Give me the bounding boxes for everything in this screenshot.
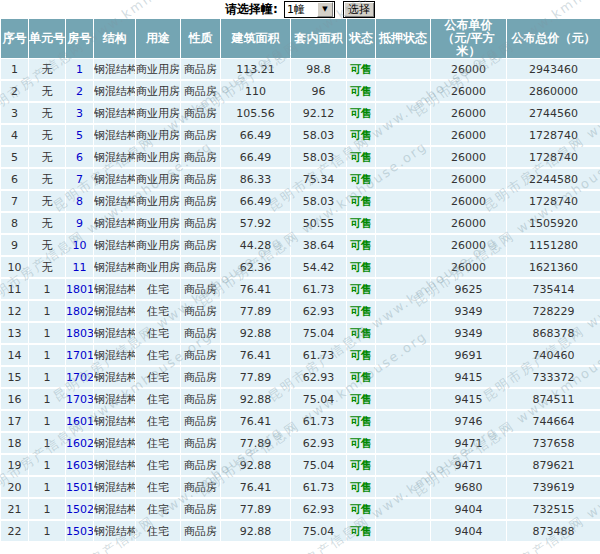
cell-unit-no: 1 — [29, 322, 66, 344]
room-link[interactable]: 1703 — [66, 393, 94, 406]
room-link[interactable]: 1503 — [66, 525, 94, 538]
cell-inner-area: 62.93 — [291, 300, 347, 322]
cell-building-area: 77.89 — [221, 366, 291, 388]
room-link[interactable]: 1701 — [66, 349, 94, 362]
room-link[interactable]: 1502 — [66, 503, 94, 516]
cell-room-no: 1802 — [66, 300, 94, 322]
cell-status: 可售 — [347, 388, 376, 410]
col-header-total-price: 公布总价（元） — [507, 19, 600, 59]
room-link[interactable]: 10 — [73, 239, 87, 252]
table-row: 6无7钢混结构商业用房商品房86.3375.34可售260002244580 — [1, 168, 600, 190]
room-link[interactable]: 9 — [76, 217, 83, 230]
cell-inner-area: 62.93 — [291, 366, 347, 388]
cell-seq: 7 — [1, 190, 29, 212]
room-link[interactable]: 1602 — [66, 437, 94, 450]
table-row: 2011501钢混结构住宅商品房76.4161.73可售9680739619 — [1, 476, 600, 498]
room-link[interactable]: 1802 — [66, 305, 94, 318]
cell-mortgage-status — [376, 498, 431, 520]
building-select[interactable]: 1幢 ▼ — [284, 1, 335, 18]
room-link[interactable]: 7 — [76, 173, 83, 186]
cell-room-no: 5 — [66, 124, 94, 146]
table-row: 1911603钢混结构住宅商品房92.8875.04可售9471879621 — [1, 454, 600, 476]
cell-structure: 钢混结构 — [94, 344, 136, 366]
cell-structure: 钢混结构 — [94, 476, 136, 498]
cell-total-price: 1728740 — [507, 124, 600, 146]
cell-nature: 商品房 — [181, 278, 221, 300]
cell-building-area: 76.41 — [221, 278, 291, 300]
table-row: 1511702钢混结构住宅商品房77.8962.93可售9415733372 — [1, 366, 600, 388]
cell-nature: 商品房 — [181, 59, 221, 81]
cell-inner-area: 62.93 — [291, 498, 347, 520]
cell-structure: 钢混结构 — [94, 124, 136, 146]
cell-nature: 商品房 — [181, 344, 221, 366]
cell-inner-area: 62.93 — [291, 432, 347, 454]
cell-seq: 16 — [1, 388, 29, 410]
cell-total-price: 2860000 — [507, 80, 600, 102]
cell-structure: 钢混结构 — [94, 234, 136, 256]
room-link[interactable]: 1801 — [66, 283, 94, 296]
cell-seq: 19 — [1, 454, 29, 476]
chevron-down-icon[interactable]: ▼ — [317, 2, 333, 17]
cell-status: 可售 — [347, 234, 376, 256]
cell-structure: 钢混结构 — [94, 80, 136, 102]
cell-nature: 商品房 — [181, 520, 221, 542]
cell-usage: 商业用房 — [136, 190, 181, 212]
cell-seq: 17 — [1, 410, 29, 432]
room-link[interactable]: 11 — [73, 261, 87, 274]
room-link[interactable]: 1803 — [66, 327, 94, 340]
cell-building-area: 66.49 — [221, 146, 291, 168]
cell-total-price: 868378 — [507, 322, 600, 344]
room-link[interactable]: 1702 — [66, 371, 94, 384]
cell-unit-no: 无 — [29, 256, 66, 278]
cell-usage: 住宅 — [136, 278, 181, 300]
cell-unit-no: 1 — [29, 432, 66, 454]
cell-inner-area: 50.55 — [291, 212, 347, 234]
cell-inner-area: 38.64 — [291, 234, 347, 256]
cell-unit-no: 无 — [29, 80, 66, 102]
table-row: 4无5钢混结构商业用房商品房66.4958.03可售260001728740 — [1, 124, 600, 146]
cell-total-price: 879621 — [507, 454, 600, 476]
cell-mortgage-status — [376, 256, 431, 278]
table-row: 1711601钢混结构住宅商品房76.4161.73可售9746744664 — [1, 410, 600, 432]
cell-seq: 2 — [1, 80, 29, 102]
table-row: 1411701钢混结构住宅商品房76.4161.73可售9691740460 — [1, 344, 600, 366]
cell-status: 可售 — [347, 124, 376, 146]
cell-building-area: 76.41 — [221, 344, 291, 366]
cell-usage: 商业用房 — [136, 80, 181, 102]
cell-unit-no: 1 — [29, 454, 66, 476]
cell-seq: 12 — [1, 300, 29, 322]
table-row: 2211503钢混结构住宅商品房92.8875.04可售9404873488 — [1, 520, 600, 542]
cell-mortgage-status — [376, 234, 431, 256]
cell-structure: 钢混结构 — [94, 322, 136, 344]
cell-building-area: 77.89 — [221, 300, 291, 322]
cell-mortgage-status — [376, 146, 431, 168]
cell-unit-price: 9404 — [431, 498, 507, 520]
room-link[interactable]: 5 — [76, 129, 83, 142]
cell-structure: 钢混结构 — [94, 102, 136, 124]
room-link[interactable]: 8 — [76, 195, 83, 208]
room-link[interactable]: 1501 — [66, 481, 94, 494]
cell-unit-no: 1 — [29, 300, 66, 322]
cell-room-no: 1801 — [66, 278, 94, 300]
cell-inner-area: 58.03 — [291, 124, 347, 146]
room-link[interactable]: 1601 — [66, 415, 94, 428]
select-button[interactable]: 选择 — [343, 1, 375, 18]
cell-nature: 商品房 — [181, 102, 221, 124]
cell-structure: 钢混结构 — [94, 432, 136, 454]
cell-mortgage-status — [376, 300, 431, 322]
room-link[interactable]: 1 — [76, 63, 83, 76]
cell-inner-area: 58.03 — [291, 146, 347, 168]
cell-inner-area: 61.73 — [291, 410, 347, 432]
cell-unit-price: 26000 — [431, 256, 507, 278]
cell-unit-price: 26000 — [431, 59, 507, 81]
room-link[interactable]: 1603 — [66, 459, 94, 472]
cell-building-area: 66.49 — [221, 190, 291, 212]
room-link[interactable]: 3 — [76, 107, 83, 120]
cell-building-area: 105.56 — [221, 102, 291, 124]
room-link[interactable]: 6 — [76, 151, 83, 164]
cell-building-area: 77.89 — [221, 498, 291, 520]
cell-unit-price: 26000 — [431, 102, 507, 124]
cell-room-no: 1601 — [66, 410, 94, 432]
col-header-unit-no: 单元号 — [29, 19, 66, 59]
room-link[interactable]: 2 — [76, 85, 83, 98]
